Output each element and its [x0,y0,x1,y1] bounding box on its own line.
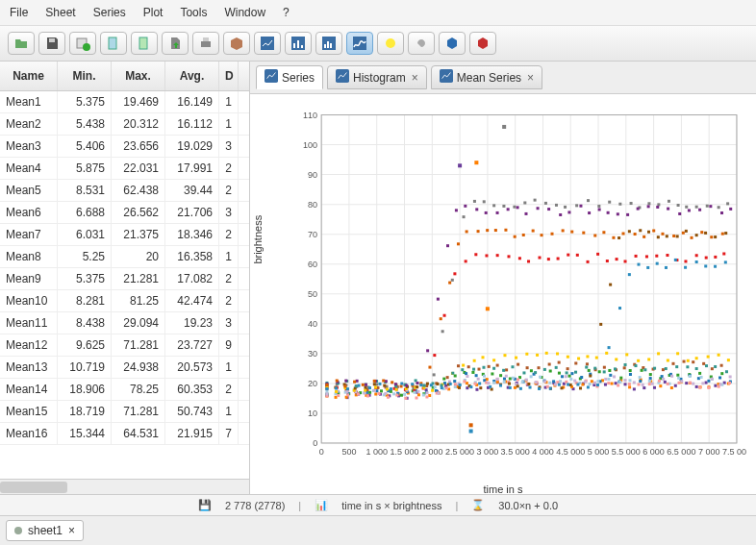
table-row[interactable]: Mean108.28181.2542.4742 [0,290,249,312]
add-sheet-icon[interactable] [69,32,96,55]
svg-rect-497 [395,388,398,391]
col-header[interactable]: Min. [58,62,112,90]
package-icon[interactable] [223,32,250,55]
histogram-icon[interactable] [315,32,342,55]
svg-rect-571 [724,232,727,235]
table-row[interactable]: Mean76.03121.37518.3462 [0,224,249,246]
svg-rect-213 [443,382,446,384]
svg-rect-666 [440,317,442,320]
svg-rect-651 [709,205,712,208]
svg-rect-259 [485,254,488,257]
svg-rect-632 [517,206,519,209]
svg-rect-3 [109,37,116,49]
menu-file[interactable]: File [10,6,28,19]
svg-rect-491 [335,390,338,393]
svg-rect-675 [522,234,525,236]
table-row[interactable]: Mean95.37521.28117.0822 [0,268,249,290]
svg-text:110: 110 [303,111,317,120]
close-icon[interactable]: × [68,524,75,537]
svg-rect-735 [714,265,717,268]
tab-series[interactable]: Series [256,65,323,89]
menu-tools[interactable]: Tools [180,6,207,19]
svg-rect-599 [593,367,596,370]
horizontal-scrollbar[interactable] [0,479,249,494]
highlight-icon[interactable] [377,32,404,55]
svg-rect-448 [729,375,732,378]
svg-rect-694 [710,235,713,238]
col-header[interactable]: Avg. [165,62,219,90]
table-row[interactable]: Mean1418.90678.2560.3532 [0,379,249,401]
tab-mean-series[interactable]: Mean Series× [431,65,542,89]
table-row[interactable]: Mean1615.34464.53121.9157 [0,423,249,445]
print-icon[interactable] [192,32,219,55]
close-icon[interactable]: × [412,71,418,85]
table-body: Mean15.37519.46916.1491Mean25.43820.3121… [0,91,249,479]
menu-plot[interactable]: Plot [143,6,164,19]
chart-config-icon[interactable] [254,32,281,55]
svg-rect-323 [711,367,714,370]
close-icon[interactable]: × [527,71,534,85]
svg-rect-433 [584,381,587,384]
tab-histogram[interactable]: Histogram× [327,65,427,89]
open-icon[interactable] [8,32,35,55]
menu-window[interactable]: Window [224,6,265,19]
col-header[interactable]: D [219,62,239,90]
menu-series[interactable]: Series [93,6,126,19]
table-row[interactable]: Mean66.68826.56221.7063 [0,202,249,224]
link-icon[interactable] [408,32,435,55]
table-row[interactable]: Mean45.87522.03117.9912 [0,158,249,180]
svg-rect-562 [639,229,642,232]
sheet-icon-1[interactable] [100,32,127,55]
svg-rect-296 [446,376,449,379]
series-chart-icon[interactable] [346,32,373,55]
svg-rect-547 [491,388,493,391]
svg-rect-352 [589,383,592,385]
table-row[interactable]: Mean15.37519.46916.1491 [0,91,249,113]
table-row[interactable]: Mean85.252016.3581 [0,246,249,268]
cube-blue-icon[interactable] [439,32,466,55]
statusbar: 💾 2 778 (2778) | 📊 time in s × brightnes… [0,494,756,515]
scatter-plot: 010203040506070809010011005001 0001.5 00… [283,104,746,474]
menu-?[interactable]: ? [283,6,290,19]
sheet-icon-2[interactable] [131,32,158,55]
svg-rect-611 [714,365,717,368]
svg-rect-565 [666,235,668,237]
col-header[interactable]: Max. [112,62,165,90]
table-row[interactable]: Mean1310.71924.93820.5731 [0,357,249,379]
svg-rect-704 [411,383,414,385]
svg-rect-617 [365,384,367,386]
svg-rect-683 [602,231,605,234]
svg-rect-300 [488,365,491,368]
table-row[interactable]: Mean25.43820.31216.1121 [0,113,249,136]
export-icon[interactable] [162,32,189,55]
svg-rect-106 [604,384,607,386]
table-row[interactable]: Mean129.62571.28123.7279 [0,334,249,357]
svg-rect-495 [374,385,377,388]
svg-rect-265 [547,258,550,260]
svg-rect-299 [477,368,480,371]
svg-rect-224 [552,380,555,383]
svg-rect-637 [567,211,570,213]
svg-text:2.5 000: 2.5 000 [445,447,474,457]
svg-rect-372 [387,396,390,399]
svg-rect-437 [624,379,627,382]
table-row[interactable]: Mean35.40623.65619.0293 [0,136,249,158]
table-row[interactable]: Mean118.43829.09419.233 [0,312,249,334]
cube-red-icon[interactable] [469,32,496,55]
svg-rect-606 [665,367,668,370]
sheet-tab[interactable]: sheet1 × [6,520,84,541]
save-icon[interactable] [38,32,65,55]
svg-rect-639 [588,211,591,214]
svg-rect-623 [426,349,429,352]
table-row[interactable]: Mean58.53162.43839.442 [0,180,249,202]
menu-sheet[interactable]: Sheet [45,6,75,19]
col-header[interactable]: Name [0,62,58,90]
svg-rect-368 [346,393,349,396]
bar-chart-icon[interactable] [285,32,312,55]
svg-rect-642 [617,212,619,215]
chart-area[interactable]: brightness 01020304050607080901001100500… [250,94,756,483]
svg-rect-396 [628,383,631,385]
svg-rect-269 [587,260,590,263]
table-row[interactable]: Mean1518.71971.28150.7431 [0,401,249,423]
svg-rect-496 [386,387,389,390]
